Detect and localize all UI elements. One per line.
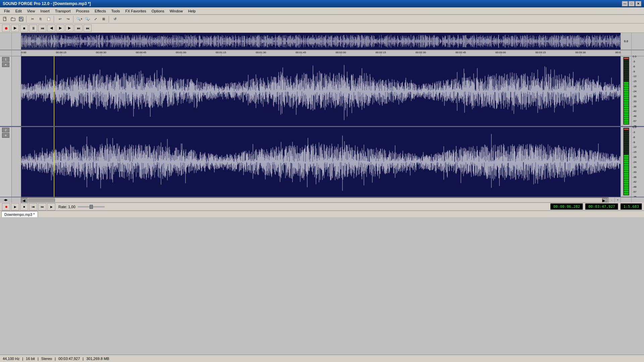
new-button[interactable] — [1, 15, 9, 23]
track-1-row: 1 ≡ 0.0-3-6-9-12-15-18-24-30-33-36-42-48… — [0, 56, 644, 127]
file-tab-0[interactable]: Downtempo.mp3 * — [1, 211, 38, 217]
bt-stop-button[interactable]: ■ — [20, 203, 28, 210]
track-2-label: 2 — [2, 128, 9, 132]
bt-play-button[interactable]: ▶ — [11, 203, 19, 210]
menu-item-process[interactable]: Process — [73, 8, 92, 14]
right-mark-8: -30 — [633, 95, 637, 98]
menu-item-view[interactable]: View — [24, 8, 38, 14]
right-mark-9: -33 — [633, 170, 637, 173]
ruler-db-spacer — [12, 50, 21, 56]
menu-item-transport[interactable]: Transport — [52, 8, 73, 14]
time-mark-9: 00:02:15 — [376, 51, 386, 54]
zoom-plus[interactable]: + — [614, 197, 621, 203]
zoom-all-button[interactable]: ⊞ — [100, 15, 107, 23]
overview-section: 0.0 — [0, 33, 644, 50]
menu-item-effects[interactable]: Effects — [92, 8, 108, 14]
right-mark-4: -12 — [633, 145, 637, 148]
track-1-waveform[interactable] — [21, 56, 621, 126]
stop-button[interactable]: ■ — [20, 24, 28, 32]
right-mark-7: -24 — [633, 161, 637, 164]
play-pause-button[interactable]: ▶ — [11, 24, 19, 32]
rate-slider[interactable] — [78, 206, 105, 207]
zoom-out-button[interactable]: 🔍- — [84, 15, 91, 23]
bt-play2-button[interactable]: ▶ — [47, 203, 55, 210]
right-mark-13: -57 — [633, 190, 637, 193]
pause-button[interactable]: ⏸ — [29, 24, 37, 32]
scroll-right-arrow[interactable]: ▶ — [602, 198, 607, 202]
minimize-button[interactable]: — — [622, 1, 628, 6]
bottom-transport: ⏺ ▶ ■ ⏮ ⏭ ▶ Rate: 1,00 00:00:06,282 00:0… — [0, 202, 644, 210]
redo-button[interactable]: ↪ — [64, 15, 72, 23]
overview-waveform[interactable] — [21, 33, 621, 50]
scroll-track[interactable] — [28, 198, 602, 202]
svg-rect-1 — [11, 18, 15, 21]
menu-item-fx-favorites[interactable]: FX Favorites — [122, 8, 149, 14]
right-mark-1: -3 — [633, 130, 635, 133]
status-bar: 44,100 Hz | 16 bit | Stereo | 00:03:47,9… — [0, 355, 644, 362]
right-mark-5: -15 — [633, 80, 637, 83]
undo-button[interactable]: ↩ — [56, 15, 64, 23]
menu-item-help[interactable]: Help — [185, 8, 199, 14]
loop-button[interactable]: ↺ — [111, 15, 119, 23]
menu-item-tools[interactable]: Tools — [109, 8, 123, 14]
time-mark-10: 00:02:30 — [416, 51, 426, 54]
bt-next-button[interactable]: ⏭ — [38, 203, 46, 210]
bt-prev-button[interactable]: ⏮ — [29, 203, 37, 210]
track-1-label2: ≡ — [2, 62, 9, 67]
track-2-label2: ≡ — [2, 133, 9, 138]
menu-item-window[interactable]: Window — [167, 8, 185, 14]
play-button[interactable]: ▶ — [56, 24, 64, 32]
scroll-left-arrow[interactable]: ◀ — [22, 198, 28, 202]
record-button[interactable]: ⏺ — [2, 24, 10, 32]
separator — [26, 16, 28, 22]
separator4: | — [83, 357, 84, 361]
time-mark-3: 00:00:45 — [136, 51, 146, 54]
scrollbar-area: ◀▶ ◀ ▶ - + — [0, 197, 644, 202]
main-toolbar: ✂ ⎘ 📋 ↩ ↪ 🔍+ 🔍- ⤢ ⊞ ↺ — [0, 15, 644, 23]
bit-depth-label: 16 bit — [26, 357, 35, 361]
next-frame-button[interactable]: ▶ — [65, 24, 73, 32]
scroll-thumb[interactable] — [28, 198, 55, 202]
zoom-in-button[interactable]: 🔍+ — [76, 15, 83, 23]
copy-button[interactable]: ⎘ — [37, 15, 44, 23]
menu-item-edit[interactable]: Edit — [13, 8, 24, 14]
next-button[interactable]: ⏭ — [74, 24, 83, 32]
close-button[interactable]: ✕ — [635, 1, 641, 6]
app-title: SOUND FORGE Pro 12.0 - [Downtempo.mp3 *] — [3, 1, 91, 6]
zoom-minus[interactable]: - — [608, 197, 614, 203]
svg-rect-4 — [20, 19, 22, 21]
track-2-vu — [621, 127, 631, 197]
menu-item-file[interactable]: File — [1, 8, 13, 14]
menu-item-insert[interactable]: Insert — [38, 8, 52, 14]
time-mark-4: 00:01:00 — [176, 51, 186, 54]
prev-button[interactable]: ⏮ — [38, 24, 46, 32]
bt-rec-button[interactable]: ⏺ — [2, 203, 10, 210]
horizontal-scrollbar[interactable]: ◀ ▶ — [21, 197, 608, 203]
track-1-controls: 1 ≡ — [0, 56, 12, 126]
time-mark-1: 00:00:15 — [56, 51, 66, 54]
save-button[interactable] — [17, 15, 25, 23]
end-button[interactable]: ⏭ — [84, 24, 92, 32]
time-mark-8: 00:02:00 — [335, 51, 346, 54]
total-time-display: 00:03:47,927 — [585, 203, 618, 210]
transport-bar: ⏺ ▶ ■ ⏸ ⏮ ◀ ▶ ▶ ⏭ ⏭ — [0, 23, 644, 33]
right-mark-14: -75 — [633, 195, 637, 197]
track-2-waveform[interactable] — [21, 127, 621, 197]
maximize-button[interactable]: □ — [629, 1, 635, 6]
time-mark-2: 00:00:30 — [96, 51, 106, 54]
cut-button[interactable]: ✂ — [29, 15, 36, 23]
open-button[interactable] — [9, 15, 17, 23]
zoom-sel-button[interactable]: ⤢ — [92, 15, 99, 23]
track-1-right-scale: 0.0-3-6-9-12-15-18-24-30-33-36-42-48-57-… — [631, 56, 644, 126]
ruler-right-spacer — [621, 50, 631, 56]
rate-thumb[interactable] — [90, 205, 93, 209]
current-time-display: 00:00:06,282 — [550, 203, 583, 210]
menu-item-options[interactable]: Options — [149, 8, 167, 14]
prev-frame-button[interactable]: ◀ — [47, 24, 55, 32]
track-2-row: 2 ≡ 0.0-3-6-9-12-15-18-24-30-33-36-42-48… — [0, 127, 644, 197]
paste-button[interactable]: 📋 — [45, 15, 52, 23]
track-2-right-scale: 0.0-3-6-9-12-15-18-24-30-33-36-42-48-57-… — [631, 127, 644, 197]
right-mark-6: -18 — [633, 85, 637, 88]
time-mark-13: 00:03:15 — [535, 51, 546, 54]
right-mark-0: 0.0 — [633, 55, 636, 58]
